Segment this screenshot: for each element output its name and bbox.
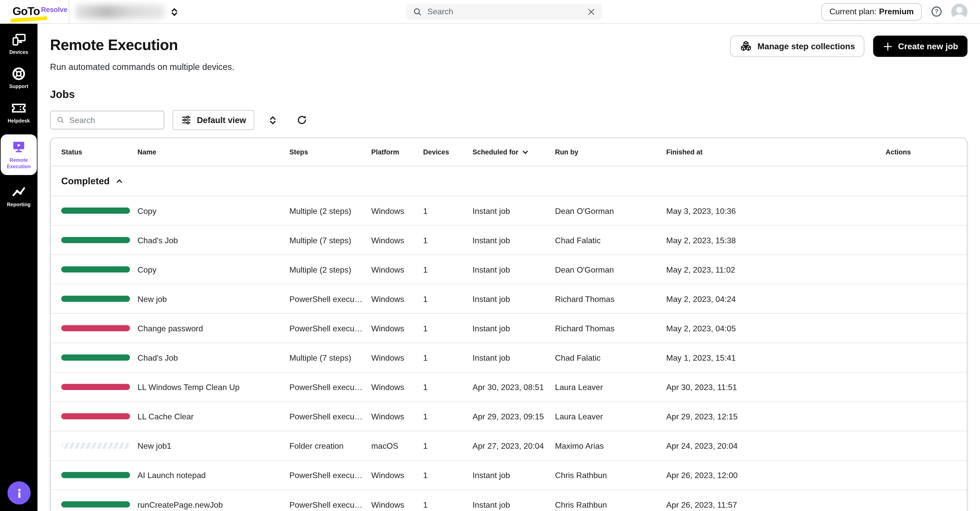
table-row[interactable]: Chad's Job Multiple (7 steps) Windows 1 … (51, 226, 967, 255)
resolve-logo-text: Resolve (41, 6, 67, 13)
column-header-status[interactable]: Status (51, 148, 137, 156)
column-header-platform[interactable]: Platform (364, 148, 415, 156)
sidebar-item-helpdesk[interactable]: Helpdesk (2, 100, 35, 124)
group-label: Completed (61, 176, 110, 186)
job-run-by: Dean O'Gorman (547, 206, 659, 215)
sidebar-item-reporting[interactable]: Reporting (2, 184, 35, 208)
job-platform: Windows (364, 412, 415, 421)
job-steps: PowerShell execution (282, 470, 364, 480)
table-row[interactable]: Copy Multiple (2 steps) Windows 1 Instan… (51, 255, 967, 284)
job-devices: 1 (416, 353, 465, 362)
column-header-name[interactable]: Name (138, 148, 282, 156)
status-progress-bar (61, 472, 130, 478)
job-steps: PowerShell execution (282, 500, 364, 509)
job-scheduled-for: Instant job (465, 470, 547, 480)
sort-chevrons-icon (267, 115, 278, 125)
table-row[interactable]: AI Launch notepad PowerShell execution W… (51, 461, 967, 490)
global-search-input[interactable]: Search (406, 4, 602, 19)
column-header-scheduled-for[interactable]: Scheduled for (465, 148, 547, 156)
sidebar-item-devices[interactable]: Devices (2, 32, 35, 56)
job-devices: 1 (416, 412, 465, 421)
column-header-devices[interactable]: Devices (416, 148, 465, 156)
topbar-divider (68, 0, 69, 23)
status-cell (51, 472, 137, 478)
table-row[interactable]: Change password PowerShell execution Win… (51, 314, 967, 343)
job-scheduled-for: Instant job (465, 206, 547, 215)
search-icon (56, 116, 65, 124)
job-run-by: Maximo Arias (547, 441, 659, 451)
column-header-steps[interactable]: Steps (282, 148, 364, 156)
jobs-table: Status Name Steps Platform Devices Sched… (50, 138, 967, 511)
close-icon[interactable] (587, 7, 596, 16)
table-row[interactable]: runCreatePage.newJob PowerShell executio… (51, 490, 967, 511)
job-scheduled-for: Apr 27, 2023, 20:04 (465, 441, 547, 451)
global-search-placeholder: Search (428, 7, 587, 16)
status-cell (51, 413, 137, 419)
info-button[interactable] (7, 481, 30, 505)
job-devices: 1 (416, 470, 465, 480)
status-progress-bar (61, 237, 130, 243)
status-cell (51, 355, 137, 361)
job-steps: PowerShell execution (282, 323, 364, 333)
help-icon[interactable]: ? (931, 6, 943, 18)
job-steps: Multiple (2 steps) (282, 265, 364, 274)
jobs-table-header: Status Name Steps Platform Devices Sched… (51, 138, 967, 166)
job-finished-at: May 2, 2023, 04:05 (659, 323, 878, 333)
support-icon (11, 65, 27, 82)
job-name: Copy (138, 265, 282, 274)
job-platform: Windows (364, 500, 415, 509)
job-run-by: Richard Thomas (547, 323, 659, 333)
job-platform: Windows (364, 206, 415, 215)
table-row[interactable]: New job PowerShell execution Windows 1 I… (51, 284, 967, 314)
job-finished-at: May 2, 2023, 11:02 (659, 265, 878, 274)
job-steps: PowerShell execution (282, 294, 364, 304)
search-icon (412, 6, 422, 17)
job-finished-at: May 2, 2023, 04:24 (659, 294, 878, 304)
page-subtitle: Run automated commands on multiple devic… (50, 62, 980, 72)
current-plan-badge[interactable]: Current plan: Premium (821, 3, 922, 21)
table-row[interactable]: New job1 Folder creation macOS 1 Apr 27,… (51, 431, 967, 461)
jobs-search-placeholder: Search (69, 115, 95, 125)
job-finished-at: May 2, 2023, 15:38 (659, 236, 878, 245)
sidebar-item-support[interactable]: Support (2, 65, 35, 90)
column-header-actions[interactable]: Actions (878, 148, 967, 156)
job-platform: Windows (364, 265, 415, 274)
job-finished-at: Apr 29, 2023, 12:15 (659, 412, 878, 421)
table-row[interactable]: LL Windows Temp Clean Up PowerShell exec… (51, 373, 967, 402)
sort-toggle-button[interactable] (267, 115, 278, 125)
job-run-by: Dean O'Gorman (547, 265, 659, 274)
job-steps: Folder creation (282, 441, 364, 451)
job-devices: 1 (416, 265, 465, 274)
chevron-up-down-icon (169, 6, 180, 17)
job-finished-at: May 3, 2023, 10:36 (659, 206, 878, 215)
job-platform: Windows (364, 382, 415, 392)
table-row[interactable]: Chad's Job Multiple (7 steps) Windows 1 … (51, 343, 967, 373)
manage-step-collections-button[interactable]: Manage step collections (730, 36, 864, 57)
refresh-button[interactable] (296, 115, 307, 126)
account-selector[interactable] (76, 5, 180, 18)
column-header-finished-at[interactable]: Finished at (659, 148, 878, 156)
group-row-completed[interactable]: Completed (51, 166, 967, 196)
table-row[interactable]: Copy Multiple (2 steps) Windows 1 Instan… (51, 196, 967, 226)
status-progress-bar (61, 501, 130, 508)
status-progress-bar (61, 266, 130, 272)
sidebar-item-remote-execution[interactable]: Remote Execution (0, 135, 37, 175)
job-name: Chad's Job (138, 236, 282, 245)
jobs-search-input[interactable]: Search (50, 110, 164, 129)
chevron-up-icon (115, 177, 123, 185)
job-name: runCreatePage.newJob (138, 500, 282, 509)
default-view-button[interactable]: Default view (172, 110, 254, 130)
job-platform: Windows (364, 353, 415, 362)
create-new-job-button[interactable]: Create new job (873, 36, 967, 57)
job-steps: Multiple (2 steps) (282, 206, 364, 215)
status-cell (51, 237, 137, 243)
avatar[interactable] (951, 3, 967, 20)
job-platform: Windows (364, 236, 415, 245)
column-header-run-by[interactable]: Run by (547, 148, 659, 156)
job-platform: Windows (364, 323, 415, 333)
goto-logo[interactable]: GoToResolve (13, 5, 66, 18)
table-row[interactable]: LL Cache Clear PowerShell execution Wind… (51, 402, 967, 431)
info-icon (13, 487, 25, 499)
job-devices: 1 (416, 500, 465, 509)
avatar-shoulders (953, 14, 966, 20)
